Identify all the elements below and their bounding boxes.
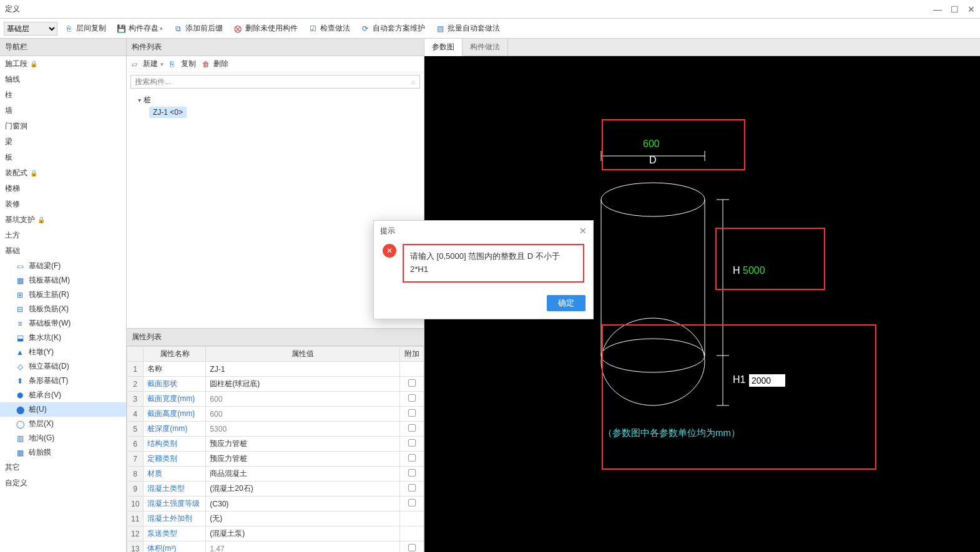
pier-icon: ▲ <box>15 347 25 357</box>
dialog-title: 提示 <box>380 226 395 236</box>
nav-sub-item[interactable]: ⬓集水坑(K) <box>0 331 126 345</box>
nav-category[interactable]: 梁 <box>0 134 126 150</box>
complist-toolbar: ▱新建▾ ⎘复制 🗑删除 <box>127 56 424 72</box>
new-button[interactable]: ▱新建▾ <box>132 59 164 69</box>
nav-sub-item[interactable]: ▲柱墩(Y) <box>0 345 126 359</box>
nav-category[interactable]: 柱 <box>0 87 126 103</box>
checkbox[interactable] <box>408 409 416 417</box>
dialog-ok-button[interactable]: 确定 <box>547 295 586 311</box>
tab-method[interactable]: 构件做法 <box>463 39 508 56</box>
batch-auto-button[interactable]: ▤批量自动套做法 <box>431 22 504 35</box>
canvas-note: （参数图中各参数单位均为mm） <box>603 427 740 439</box>
col-name: 属性名称 <box>144 347 206 362</box>
property-row[interactable]: 2截面形状圆柱桩(球冠底) <box>127 377 424 392</box>
nav-category[interactable]: 轴线 <box>0 72 126 87</box>
delete-button[interactable]: 🗑删除 <box>202 59 228 69</box>
nav-category[interactable]: 楼梯 <box>0 181 126 196</box>
dialog-close-button[interactable]: ✕ <box>579 226 587 236</box>
red-annotation-h1 <box>602 324 876 470</box>
red-annotation-d <box>602 119 745 170</box>
nav-panel: 导航栏 施工段 🔒轴线柱墙门窗洞梁板装配式 🔒楼梯装修基坑支护 🔒土方基础▭基础… <box>0 39 127 552</box>
nav-sub-item[interactable]: ≡基础板带(W) <box>0 316 126 331</box>
nav-category[interactable]: 基础 <box>0 243 126 259</box>
nav-sub-item[interactable]: ▥地沟(G) <box>0 431 126 445</box>
copy-button[interactable]: ⎘复制 <box>170 59 196 69</box>
strip2-icon: ⬍ <box>15 376 25 386</box>
checkbox[interactable] <box>408 424 416 432</box>
message-dialog: 提示 ✕ ✕ 请输入 [0,5000] 范围内的整数且 D 不小于 2*H1 确… <box>373 220 594 319</box>
add-prefix-button[interactable]: ⧉添加前后缀 <box>169 22 227 35</box>
check-method-button[interactable]: ☑检查做法 <box>304 22 354 35</box>
maximize-button[interactable]: ☐ <box>951 4 959 14</box>
close-button[interactable]: ✕ <box>968 4 975 14</box>
search-input[interactable]: 搜索构件... ⌕ <box>130 75 420 89</box>
nav-category[interactable]: 门窗洞 <box>0 119 126 134</box>
layer-copy-button[interactable]: ⎘层间复制 <box>60 22 110 35</box>
nav-sub-item[interactable]: ⬤桩(U) <box>0 402 126 417</box>
nav-category[interactable]: 自定义 <box>0 475 126 491</box>
property-row[interactable]: 5桩深度(mm)5300 <box>127 422 424 437</box>
col-extra: 附加 <box>400 347 424 362</box>
nav-category[interactable]: 装修 <box>0 196 126 212</box>
property-row[interactable]: 11混凝土外加剂(无) <box>127 511 424 526</box>
checkbox[interactable] <box>408 499 416 506</box>
property-row[interactable]: 8材质商品混凝土 <box>127 467 424 482</box>
nav-sub-item[interactable]: ▦砖胎膜 <box>0 445 126 460</box>
delete-unused-button[interactable]: ⨂删除未使用构件 <box>229 22 301 35</box>
property-row[interactable]: 3截面宽度(mm)600 <box>127 392 424 407</box>
property-table[interactable]: 属性名称 属性值 附加 1名称ZJ-12截面形状圆柱桩(球冠底)3截面宽度(mm… <box>127 346 424 552</box>
copy-icon: ⎘ <box>170 60 179 69</box>
lock-icon: 🔒 <box>30 61 37 67</box>
component-save-button[interactable]: 💾构件存盘▾ <box>112 22 167 35</box>
nav-category[interactable]: 其它 <box>0 460 126 475</box>
property-row[interactable]: 12泵送类型(混凝土泵) <box>127 526 424 541</box>
new-icon: ▱ <box>132 60 140 69</box>
minimize-button[interactable]: — <box>933 4 942 14</box>
property-row[interactable]: 9混凝土类型(混凝土20石) <box>127 482 424 496</box>
checkbox[interactable] <box>408 454 416 462</box>
dim-h-label: H <box>733 265 740 276</box>
checkbox[interactable] <box>408 394 416 402</box>
tree-item[interactable]: ZJ-1 <0> <box>149 107 187 118</box>
floor-select[interactable]: 基础层 <box>4 22 57 36</box>
main-toolbar: 基础层 ⎘层间复制 💾构件存盘▾ ⧉添加前后缀 ⨂删除未使用构件 ☑检查做法 ⟳… <box>0 19 980 39</box>
nav-category[interactable]: 板 <box>0 150 126 165</box>
nav-sub-item[interactable]: ⊞筏板主筋(R) <box>0 288 126 302</box>
nav-sub-item[interactable]: ◯垫层(X) <box>0 417 126 431</box>
nav-list[interactable]: 施工段 🔒轴线柱墙门窗洞梁板装配式 🔒楼梯装修基坑支护 🔒土方基础▭基础梁(F)… <box>0 56 126 552</box>
brick-icon: ▦ <box>15 448 25 458</box>
property-row[interactable]: 1名称ZJ-1 <box>127 362 424 377</box>
red-annotation-h <box>715 228 825 290</box>
nav-sub-item[interactable]: ▦筏板基础(M) <box>0 273 126 288</box>
property-row[interactable]: 10混凝土强度等级(C30) <box>127 496 424 511</box>
rebar-neg-icon: ⊟ <box>15 304 25 314</box>
nav-title: 导航栏 <box>0 39 126 56</box>
col-val: 属性值 <box>206 347 400 362</box>
beam-icon: ▭ <box>15 261 25 271</box>
nav-sub-item[interactable]: ⬍条形基础(T) <box>0 374 126 388</box>
nav-category[interactable]: 土方 <box>0 228 126 243</box>
auto-maintain-button[interactable]: ⟳自动套方案维护 <box>356 22 429 35</box>
checkbox[interactable] <box>408 439 416 447</box>
property-row[interactable]: 4截面高度(mm)600 <box>127 407 424 422</box>
checkbox[interactable] <box>408 379 416 387</box>
dim-d-label: D <box>649 155 657 166</box>
checkbox[interactable] <box>408 469 416 477</box>
nav-category[interactable]: 墙 <box>0 103 126 119</box>
nav-sub-item[interactable]: ▭基础梁(F) <box>0 259 126 273</box>
tree-root[interactable]: ▾桩 <box>132 94 419 107</box>
property-row[interactable]: 13体积(m³)1.47 <box>127 541 424 553</box>
tab-param[interactable]: 参数图 <box>424 39 463 56</box>
nav-category[interactable]: 施工段 🔒 <box>0 56 126 72</box>
property-row[interactable]: 7定额类别预应力管桩 <box>127 452 424 467</box>
checkbox[interactable] <box>408 484 416 491</box>
property-row[interactable]: 6结构类别预应力管桩 <box>127 437 424 452</box>
checkbox[interactable] <box>408 544 416 551</box>
dim-h1-input[interactable]: 2000 <box>749 374 785 387</box>
nav-sub-item[interactable]: ⊟筏板负筋(X) <box>0 302 126 316</box>
batch-icon: ▤ <box>435 24 445 34</box>
nav-category[interactable]: 基坑支护 🔒 <box>0 212 126 228</box>
nav-sub-item[interactable]: ◇独立基础(D) <box>0 359 126 374</box>
nav-sub-item[interactable]: ⬢桩承台(V) <box>0 388 126 402</box>
nav-category[interactable]: 装配式 🔒 <box>0 165 126 181</box>
